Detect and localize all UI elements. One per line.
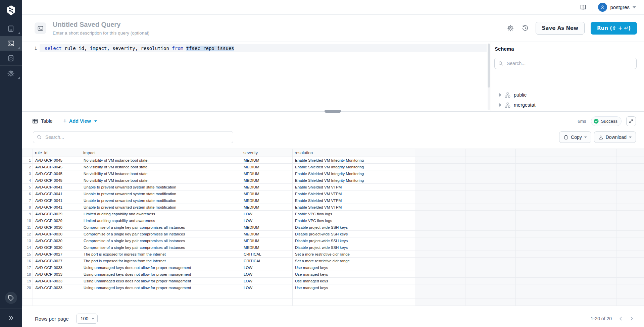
empty-cell [465, 298, 516, 306]
download-label: Download [606, 134, 627, 140]
table-row[interactable]: 19AVD-GCP-0033Using unmanaged keys does … [22, 278, 644, 284]
empty-cell [566, 231, 616, 237]
table-row[interactable]: 5AVD-GCP-0041Unable to prevent unwanted … [22, 184, 644, 190]
empty-column-header [465, 149, 516, 157]
expand-sidebar-button[interactable] [0, 309, 22, 327]
results-footer: Rows per page 100 1-20 of 20 [22, 310, 644, 327]
empty-cell [516, 170, 566, 177]
empty-cell [616, 298, 644, 306]
schema-tree-item-mergestat[interactable]: mergestat [491, 100, 644, 110]
expand-results-button[interactable] [626, 116, 636, 126]
editor-scrollbar-thumb[interactable] [488, 44, 490, 88]
status-label: Success [601, 119, 617, 124]
empty-cell [566, 258, 616, 264]
add-view-button[interactable]: + Add View [63, 118, 97, 124]
pagination: 1-20 of 20 [591, 315, 635, 322]
sidebar-item-tags[interactable] [5, 292, 17, 304]
empty-cell [465, 237, 516, 244]
next-page-button[interactable] [628, 315, 635, 322]
user-menu[interactable]: postgres [598, 3, 636, 12]
table-cell: Enable VPC flow logs [293, 211, 415, 217]
chevron-right-icon[interactable] [499, 93, 501, 97]
table-row[interactable]: 6AVD-GCP-0041Unable to prevent unwanted … [22, 190, 644, 197]
table-cell: Enable Shielded VM VTPM [293, 184, 415, 190]
table-cell: AVD-GCP-0027 [33, 251, 81, 258]
table-row[interactable]: 20AVD-GCP-0033Using unmanaged keys does … [22, 284, 644, 291]
table-row[interactable]: 4AVD-GCP-0045No visibility of VM instanc… [22, 177, 644, 184]
empty-cell [516, 258, 566, 264]
column-header-severity: severity [241, 149, 293, 157]
empty-cell [415, 224, 465, 231]
table-cell: Set a more restrictive cidr range [293, 258, 415, 264]
empty-cell [566, 271, 616, 278]
table-cell: MEDIUM [241, 157, 293, 164]
tab-table-view[interactable]: Table [32, 118, 53, 124]
sql-keyword: select [45, 46, 62, 51]
empty-cell [465, 264, 516, 271]
download-button[interactable]: Download [594, 131, 636, 143]
query-settings-button[interactable] [506, 24, 515, 33]
sidebar-item-queries[interactable] [0, 36, 22, 51]
schema-sitemap-icon [504, 102, 511, 108]
results-search-input[interactable] [45, 134, 230, 140]
empty-cell [415, 278, 465, 284]
empty-cell [516, 284, 566, 291]
table-row[interactable]: 12AVD-GCP-0030Compromise of a single key… [22, 231, 644, 237]
empty-cell [465, 278, 516, 284]
empty-cell [616, 244, 644, 251]
table-cell: LOW [241, 271, 293, 278]
empty-cell [465, 251, 516, 258]
pane-resize-handle[interactable] [325, 110, 341, 113]
empty-cell [516, 244, 566, 251]
sql-line-code[interactable]: select rule_id, impact, severity, resolu… [40, 44, 487, 52]
table-row[interactable]: 1AVD-GCP-0045No visibility of VM instanc… [22, 157, 644, 164]
query-history-button[interactable] [521, 24, 530, 33]
table-row[interactable]: 14AVD-GCP-0030Compromise of a single key… [22, 244, 644, 251]
save-as-new-button[interactable]: Save As New [536, 22, 585, 35]
tag-icon [8, 295, 14, 301]
table-row[interactable]: 13AVD-GCP-0030Compromise of a single key… [22, 237, 644, 244]
schema-sitemap-icon [504, 92, 511, 98]
table-row[interactable]: 2AVD-GCP-0045No visibility of VM instanc… [22, 164, 644, 170]
row-number: 2 [22, 164, 33, 170]
table-cell: MEDIUM [241, 244, 293, 251]
chevron-down-icon [633, 6, 636, 8]
table-cell [33, 291, 81, 298]
empty-cell [465, 197, 516, 204]
schema-tree-item-public[interactable]: public [491, 90, 644, 100]
table-row[interactable]: 18AVD-GCP-0033Using unmanaged keys does … [22, 271, 644, 278]
empty-cell [616, 184, 644, 190]
rows-per-page-select[interactable]: 100 [76, 314, 98, 324]
run-query-button[interactable]: Run (⇧ + ↵) [591, 22, 637, 35]
copy-button[interactable]: Copy [559, 131, 591, 143]
table-row[interactable]: 15AVD-GCP-0027The port is exposed for in… [22, 251, 644, 258]
query-title[interactable]: Untitled Saved Query [53, 21, 506, 29]
table-row[interactable]: 7AVD-GCP-0041Unable to prevent unwanted … [22, 197, 644, 204]
table-cell: LOW [241, 264, 293, 271]
table-row[interactable]: 9AVD-GCP-0029Limited auditing capability… [22, 211, 644, 217]
schema-search-input[interactable] [506, 60, 633, 66]
chevron-right-icon[interactable] [499, 103, 501, 107]
empty-cell [465, 204, 516, 211]
mergestat-logo[interactable] [0, 0, 22, 21]
sidebar-item-settings[interactable] [0, 66, 22, 80]
empty-cell [566, 170, 616, 177]
sidebar-item-repos[interactable] [0, 21, 22, 36]
table-cell: Disable project-wide SSH keys [293, 224, 415, 231]
table-row[interactable]: 3AVD-GCP-0045No visibility of VM instanc… [22, 170, 644, 177]
docs-button[interactable] [579, 3, 588, 12]
rows-per-page-label: Rows per page [35, 316, 69, 322]
submenu-corner-triangle [18, 32, 20, 34]
table-row[interactable]: 16AVD-GCP-0027The port is exposed for in… [22, 258, 644, 264]
table-cell: AVD-GCP-0045 [33, 170, 81, 177]
query-description-placeholder[interactable]: Enter a short description for this query… [53, 31, 506, 36]
table-cell: CRITICAL [241, 251, 293, 258]
sidebar-item-database[interactable] [0, 51, 22, 65]
row-number [22, 291, 33, 298]
table-row[interactable]: 11AVD-GCP-0030Compromise of a single key… [22, 224, 644, 231]
table-row[interactable]: 8AVD-GCP-0041Unable to prevent unwanted … [22, 204, 644, 211]
previous-page-button[interactable] [617, 315, 625, 322]
table-row[interactable]: 17AVD-GCP-0033Using unmanaged keys does … [22, 264, 644, 271]
table-row[interactable]: 10AVD-GCP-0029Limited auditing capabilit… [22, 217, 644, 224]
empty-cell [465, 258, 516, 264]
